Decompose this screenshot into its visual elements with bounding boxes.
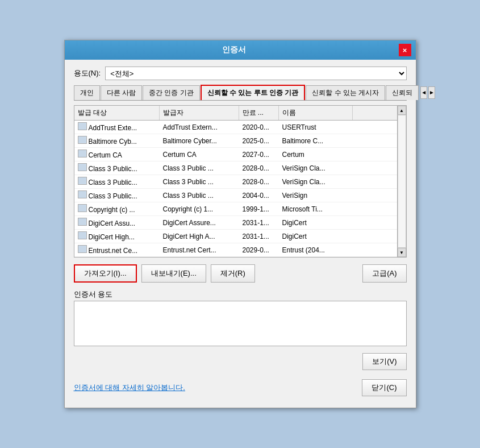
cell-issued-to: Copyright (c) ... — [74, 202, 160, 215]
col-header-expires: 만료 ... — [239, 106, 279, 120]
cell-name: USERTrust — [279, 122, 353, 133]
table-row[interactable]: Class 3 Public... Class 3 Public ... 202… — [74, 161, 397, 175]
cert-icon — [78, 204, 87, 212]
cell-issuer: Entrust.net Cert... — [160, 244, 239, 256]
cell-expires: 2020-0... — [239, 122, 279, 133]
cell-issued-to: Class 3 Public... — [74, 189, 160, 202]
cell-expires: 2025-0... — [239, 135, 279, 147]
table-row[interactable]: DigiCert Assu... DigiCert Assure... 2031… — [74, 216, 397, 230]
cert-icon — [78, 150, 87, 157]
cell-issued-to: Certum CA — [74, 148, 160, 161]
view-button[interactable]: 보기(V) — [362, 353, 406, 370]
vertical-scrollbar[interactable]: ▲ ▼ — [397, 106, 406, 257]
tabs-container: 개인 다른 사람 중간 인증 기관 신뢰할 수 있는 루트 인증 기관 신뢰할 … — [74, 85, 407, 101]
remove-button[interactable]: 제거(R) — [211, 264, 255, 283]
cell-issuer: Copyright (c) 1... — [160, 204, 239, 215]
cert-list-body: AddTrust Exte... AddTrust Extern... 2020… — [74, 121, 397, 257]
export-button[interactable]: 내보내기(E)... — [141, 264, 206, 283]
cell-expires: 2028-0... — [239, 163, 279, 174]
cell-issuer: DigiCert Assure... — [160, 217, 239, 229]
table-row[interactable]: AddTrust Exte... AddTrust Extern... 2020… — [74, 121, 397, 134]
cell-issued-to: Baltimore Cyb... — [74, 134, 160, 147]
cell-issuer: AddTrust Extern... — [160, 122, 239, 133]
cell-expires: 2028-0... — [239, 176, 279, 188]
tab-personal[interactable]: 개인 — [74, 85, 100, 100]
advanced-button[interactable]: 고급(A) — [362, 264, 406, 283]
scroll-up-arrow[interactable]: ▲ — [398, 106, 406, 115]
tab-nav-right[interactable]: ► — [428, 86, 435, 99]
usage-select-wrapper[interactable]: <전체> — [105, 67, 406, 80]
cell-issued-to: Entrust.net Ce... — [74, 243, 160, 256]
cell-name: DigiCert — [279, 231, 353, 242]
table-row[interactable]: Class 3 Public... Class 3 Public ... 202… — [74, 175, 397, 189]
list-main: 발급 대상 발급자 만료 ... 이름 AddTrust Exte... Add… — [74, 106, 397, 257]
cell-issuer: Certum CA — [160, 149, 239, 160]
tab-others[interactable]: 다른 사람 — [101, 85, 142, 100]
cert-icon — [78, 136, 87, 144]
cell-issued-to: Class 3 Public... — [74, 161, 160, 175]
cert-usage-label: 인증서 용도 — [74, 289, 407, 300]
title-bar: 인증서 × — [65, 40, 416, 60]
view-btn-row: 보기(V) — [74, 353, 407, 370]
dialog-body: 용도(N): <전체> 개인 다른 사람 중간 인증 기관 신뢰할 수 있는 루… — [65, 60, 416, 408]
cell-name: DigiCert — [279, 217, 353, 229]
cell-name: VeriSign Cla... — [279, 163, 353, 174]
dialog-title: 인증서 — [69, 45, 399, 55]
col-header-issued-to: 발급 대상 — [74, 106, 160, 120]
cell-name: VeriSign Cla... — [279, 176, 353, 188]
usage-row: 용도(N): <전체> — [74, 67, 407, 80]
cell-issuer: Class 3 Public ... — [160, 176, 239, 188]
close-button[interactable]: 닫기(C) — [362, 379, 406, 396]
cell-issued-to: DigiCert Assu... — [74, 216, 160, 229]
cell-expires: 2029-0... — [239, 244, 279, 256]
cert-icon — [78, 177, 87, 185]
cell-issued-to: DigiCert High... — [74, 230, 160, 243]
usage-label: 용도(N): — [74, 68, 101, 78]
cell-name: Microsoft Ti... — [279, 204, 353, 215]
list-scroll-wrapper: 발급 대상 발급자 만료 ... 이름 AddTrust Exte... Add… — [74, 106, 406, 257]
col-header-issuer: 발급자 — [160, 106, 239, 120]
bottom-row: 인증서에 대해 자세히 알아봅니다. 닫기(C) — [74, 379, 407, 401]
cell-issuer: Class 3 Public ... — [160, 190, 239, 201]
cert-list-area: 발급 대상 발급자 만료 ... 이름 AddTrust Exte... Add… — [74, 105, 407, 258]
certificate-dialog: 인증서 × 용도(N): <전체> 개인 다른 사람 중간 인증 기관 신뢰할 … — [64, 40, 416, 408]
cell-name: Baltimore C... — [279, 135, 353, 147]
cell-expires: 2004-0... — [239, 190, 279, 201]
cell-issuer: Class 3 Public ... — [160, 163, 239, 174]
table-row[interactable]: Entrust.net Ce... Entrust.net Cert... 20… — [74, 243, 397, 257]
table-row[interactable]: Certum CA Certum CA 2027-0... Certum — [74, 148, 397, 161]
tab-trusted-root[interactable]: 신뢰할 수 있는 루트 인증 기관 — [201, 85, 306, 100]
close-window-button[interactable]: × — [399, 44, 411, 56]
table-row[interactable]: Class 3 Public... Class 3 Public ... 200… — [74, 189, 397, 202]
cell-expires: 2027-0... — [239, 149, 279, 160]
cert-icon — [78, 163, 87, 171]
cert-icon — [78, 245, 87, 253]
tab-intermediate[interactable]: 중간 인증 기관 — [143, 85, 200, 100]
cell-issued-to: AddTrust Exte... — [74, 121, 160, 134]
tab-trusted-publisher[interactable]: 신뢰할 수 있는 게시자 — [306, 85, 385, 100]
cell-name: Certum — [279, 149, 353, 160]
scroll-track[interactable] — [398, 115, 406, 248]
table-row[interactable]: Copyright (c) ... Copyright (c) 1... 199… — [74, 202, 397, 216]
cert-icon — [78, 190, 87, 198]
cert-icon — [78, 122, 87, 130]
table-row[interactable]: DigiCert High... DigiCert High A... 2031… — [74, 230, 397, 243]
cert-usage-area — [74, 301, 407, 346]
table-row[interactable]: Baltimore Cyb... Baltimore Cyber... 2025… — [74, 134, 397, 148]
tab-nav-left[interactable]: ◄ — [420, 86, 427, 99]
cell-expires: 2031-1... — [239, 217, 279, 229]
cert-list-header: 발급 대상 발급자 만료 ... 이름 — [74, 106, 397, 121]
usage-select[interactable]: <전체> — [105, 67, 406, 80]
cert-info-link[interactable]: 인증서에 대해 자세히 알아봅니다. — [74, 383, 185, 393]
cell-issued-to: Class 3 Public... — [74, 175, 160, 188]
cell-name: VeriSign — [279, 190, 353, 201]
scroll-down-arrow[interactable]: ▼ — [398, 248, 406, 257]
import-button[interactable]: 가져오기(I)... — [74, 264, 137, 283]
cell-issuer: DigiCert High A... — [160, 231, 239, 242]
cell-expires: 1999-1... — [239, 204, 279, 215]
cell-issuer: Baltimore Cyber... — [160, 135, 239, 147]
tab-trusted[interactable]: 신뢰되 — [386, 85, 419, 100]
cert-usage-section: 인증서 용도 — [74, 287, 407, 346]
action-buttons-row: 가져오기(I)... 내보내기(E)... 제거(R) 고급(A) — [74, 264, 407, 283]
cell-name: Entrust (204... — [279, 244, 353, 256]
